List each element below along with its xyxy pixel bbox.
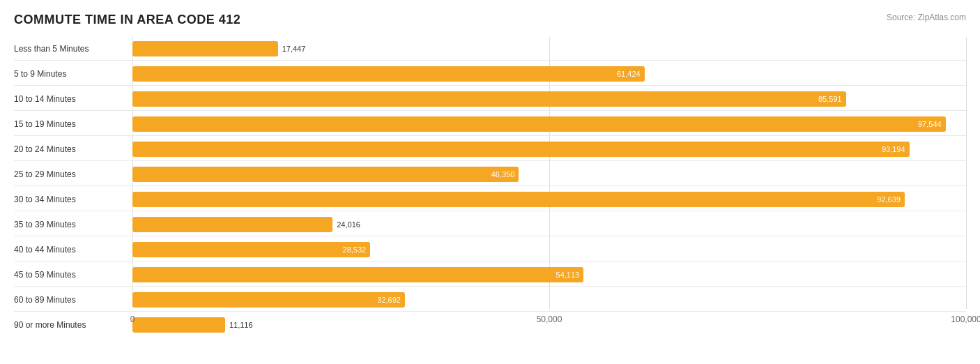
bar-value: 92,639 bbox=[877, 195, 901, 204]
bar-value: 32,692 bbox=[377, 296, 401, 304]
bar-value: 17,447 bbox=[282, 45, 306, 53]
bar-label: 10 to 14 Minutes bbox=[14, 94, 132, 104]
chart-source: Source: ZipAtlas.com bbox=[887, 13, 966, 22]
bar-row: 10 to 14 Minutes85,591 bbox=[14, 87, 966, 111]
bar-row: Less than 5 Minutes17,447 bbox=[14, 37, 966, 61]
bar-label: 15 to 19 Minutes bbox=[14, 119, 132, 129]
x-axis: 050,000100,000 bbox=[132, 310, 966, 330]
bar-row: 60 to 89 Minutes32,692 bbox=[14, 288, 966, 312]
bar-row: 40 to 44 Minutes28,532 bbox=[14, 238, 966, 261]
bar-label: 25 to 29 Minutes bbox=[14, 169, 132, 179]
bars-area: Less than 5 Minutes17,4475 to 9 Minutes6… bbox=[14, 37, 966, 309]
bar-label: 20 to 24 Minutes bbox=[14, 144, 132, 154]
bar-row: 25 to 29 Minutes46,350 bbox=[14, 162, 966, 186]
bar-value: 28,532 bbox=[343, 245, 367, 254]
x-tick: 0 bbox=[130, 314, 135, 324]
bar-row: 45 to 59 Minutes54,113 bbox=[14, 263, 966, 287]
bar-label: 30 to 34 Minutes bbox=[14, 195, 132, 204]
bar-row: 30 to 34 Minutes92,639 bbox=[14, 188, 966, 211]
bar-value: 93,194 bbox=[882, 145, 905, 153]
bar-label: 5 to 9 Minutes bbox=[14, 69, 132, 79]
chart-body: Less than 5 Minutes17,4475 to 9 Minutes6… bbox=[14, 37, 966, 330]
bar-row: 35 to 39 Minutes24,016 bbox=[14, 213, 966, 236]
bar-row: 15 to 19 Minutes97,544 bbox=[14, 112, 966, 136]
bar-row: 20 to 24 Minutes93,194 bbox=[14, 137, 966, 161]
chart-title: COMMUTE TIME IN AREA CODE 412 bbox=[14, 13, 240, 27]
bar-label: 90 or more Minutes bbox=[14, 320, 132, 330]
bar-label: 35 to 39 Minutes bbox=[14, 220, 132, 229]
bar-value: 97,544 bbox=[918, 120, 942, 128]
bar-value: 61,424 bbox=[617, 70, 641, 78]
x-tick: 100,000 bbox=[951, 314, 980, 324]
bar-value: 54,113 bbox=[556, 271, 580, 279]
bar-value: 24,016 bbox=[337, 220, 360, 229]
chart-container: COMMUTE TIME IN AREA CODE 412 Source: Zi… bbox=[0, 0, 980, 364]
bar-label: 60 to 89 Minutes bbox=[14, 295, 132, 305]
bar-label: 45 to 59 Minutes bbox=[14, 270, 132, 280]
bar-value: 85,591 bbox=[818, 95, 842, 103]
bar-value: 46,350 bbox=[491, 170, 515, 179]
x-tick: 50,000 bbox=[537, 314, 562, 324]
bar-row: 5 to 9 Minutes61,424 bbox=[14, 62, 966, 86]
bar-label: Less than 5 Minutes bbox=[14, 44, 132, 54]
bar-label: 40 to 44 Minutes bbox=[14, 245, 132, 255]
chart-header: COMMUTE TIME IN AREA CODE 412 Source: Zi… bbox=[14, 13, 966, 27]
